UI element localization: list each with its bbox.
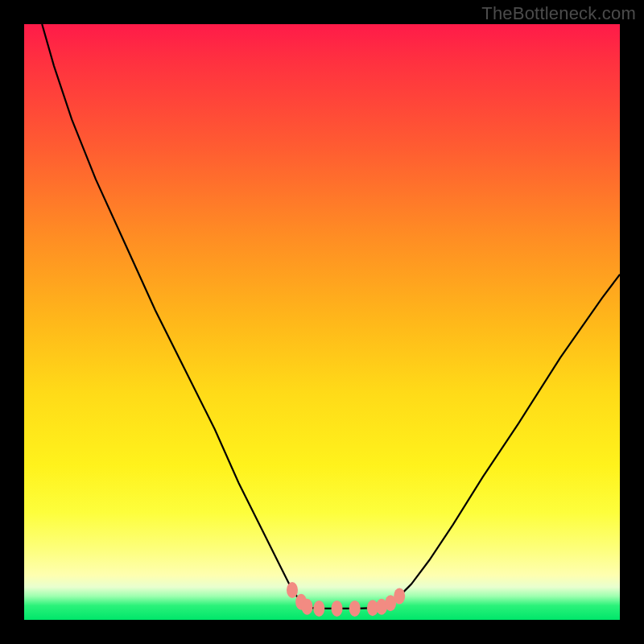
marker-dot xyxy=(313,601,324,617)
marker-dot xyxy=(394,588,405,604)
curve-left xyxy=(42,24,307,607)
curve-markers xyxy=(287,582,405,617)
marker-dot xyxy=(349,601,361,617)
curve-right xyxy=(390,275,620,604)
marker-dot xyxy=(302,599,313,615)
watermark-text: TheBottleneck.com xyxy=(481,3,636,24)
curve-svg xyxy=(24,24,620,620)
outer-frame: TheBottleneck.com xyxy=(0,0,644,644)
marker-dot xyxy=(287,582,298,598)
plot-area xyxy=(24,24,620,620)
marker-dot xyxy=(332,601,343,617)
